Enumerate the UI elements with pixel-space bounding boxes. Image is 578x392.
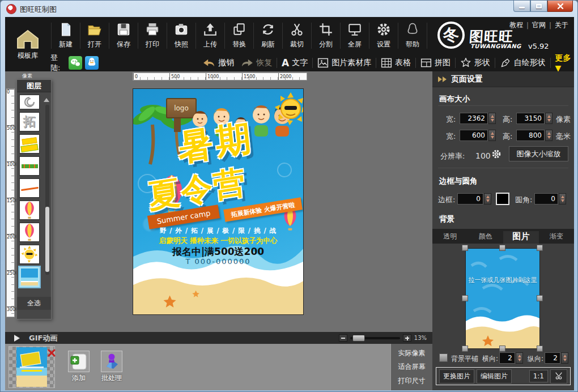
- tab-transparent[interactable]: 透明: [432, 232, 468, 244]
- layer-thumb-title-text[interactable]: [19, 134, 40, 154]
- close-button[interactable]: [547, 1, 573, 12]
- resize-image-button[interactable]: 图像大小缩放: [509, 146, 568, 161]
- width-mm-spinner[interactable]: [488, 130, 496, 141]
- official-site-link[interactable]: 官网: [532, 20, 546, 30]
- open-button[interactable]: 打开: [81, 18, 108, 53]
- about-link[interactable]: 关于: [555, 20, 568, 30]
- new-button[interactable]: 新建: [52, 18, 79, 53]
- refresh-button[interactable]: 刷新: [254, 18, 282, 53]
- text-tool-button[interactable]: A 文字: [282, 57, 308, 69]
- delete-frame-icon[interactable]: [47, 348, 56, 357]
- gif-frame-thumbnail[interactable]: [8, 346, 55, 388]
- layer-thumb-swirl[interactable]: [19, 95, 40, 109]
- collapse-panel-icon[interactable]: [438, 76, 447, 82]
- tile-v-input[interactable]: [545, 352, 560, 364]
- minimize-icon: [519, 7, 525, 8]
- layer-thumb-beach-background-selected[interactable]: [18, 266, 41, 288]
- sun-illustration: [274, 91, 304, 126]
- maximize-button[interactable]: [530, 1, 547, 12]
- tile-v-spinner[interactable]: [561, 352, 568, 364]
- zoom-slider-thumb[interactable]: [352, 335, 365, 342]
- add-frame-button[interactable]: 添加: [67, 351, 90, 383]
- ratio-1-1-button[interactable]: 1:1: [529, 370, 548, 382]
- canvas-height-mm-input[interactable]: [516, 130, 545, 141]
- table-tool-button[interactable]: 表格: [381, 57, 411, 69]
- background-image-preview[interactable]: 拉一张或几张图片到这里: [465, 248, 540, 349]
- tab-gradient[interactable]: 渐变: [539, 232, 575, 244]
- redo-button[interactable]: 恢复: [241, 58, 272, 68]
- replace-button[interactable]: 替换: [226, 18, 253, 53]
- fullscreen-button[interactable]: 全屏: [341, 18, 368, 53]
- poster-canvas[interactable]: logo: [133, 88, 304, 315]
- layers-scrollbar-thumb[interactable]: [45, 207, 49, 272]
- crop-cut-button[interactable]: 裁切: [283, 18, 311, 53]
- dpi-gear-icon[interactable]: [491, 149, 502, 159]
- gif-frames-panel: 添加 批处理 实际像素 适合屏幕 打印尺寸: [5, 344, 432, 390]
- resize-handle-w[interactable]: [462, 295, 468, 301]
- height-mm-spinner[interactable]: [545, 130, 552, 141]
- border-spinner[interactable]: [484, 193, 491, 204]
- resize-handle-ne[interactable]: [537, 245, 543, 251]
- layer-thumb-sun[interactable]: [19, 245, 40, 264]
- print-size-item[interactable]: 打印尺寸: [398, 376, 426, 386]
- edit-image-button[interactable]: 编辑图片: [477, 369, 512, 384]
- zoom-out-button[interactable]: [339, 334, 347, 342]
- border-width-input[interactable]: [457, 193, 483, 204]
- split-button[interactable]: 分割: [312, 18, 339, 53]
- zoom-slider[interactable]: [350, 337, 400, 339]
- layer-thumb-balloon-1[interactable]: [19, 201, 40, 220]
- canvas-width-px-input[interactable]: [460, 113, 488, 124]
- drop-hint-text: 拉一张或几张图片到这里: [465, 276, 540, 284]
- snapshot-button[interactable]: 快照: [168, 18, 195, 53]
- resize-handle-nw[interactable]: [462, 245, 468, 251]
- resize-handle-se[interactable]: [537, 346, 543, 352]
- tab-color[interactable]: 颜色: [468, 232, 504, 244]
- zoom-in-button[interactable]: [403, 334, 411, 342]
- select-all-button[interactable]: 全选: [17, 297, 51, 310]
- replace-image-button[interactable]: 更换图片: [439, 369, 474, 384]
- radius-spinner[interactable]: [559, 193, 566, 204]
- save-button[interactable]: 保存: [110, 18, 137, 53]
- layer-thumb-orange-line[interactable]: [19, 178, 40, 198]
- cut-background-button[interactable]: [550, 369, 567, 384]
- height-px-spinner[interactable]: [545, 113, 552, 124]
- print-button[interactable]: 打印: [139, 18, 166, 53]
- image-library-button[interactable]: 图片素材库: [317, 57, 371, 69]
- wechat-login-icon[interactable]: [69, 56, 82, 70]
- undo-button[interactable]: 撤销: [203, 58, 234, 68]
- draw-shape-tool-button[interactable]: 自绘形状: [500, 57, 546, 69]
- layers-scroll-up-icon[interactable]: [44, 98, 49, 102]
- tile-h-input[interactable]: [499, 352, 515, 364]
- minimize-button[interactable]: [513, 1, 530, 12]
- canvas-height-px-input[interactable]: [516, 113, 545, 124]
- layer-thumb-green-text[interactable]: [19, 156, 40, 176]
- resize-handle-n[interactable]: [499, 245, 505, 251]
- shape-tool-button[interactable]: 形状: [460, 57, 490, 69]
- batch-process-button[interactable]: 批处理: [100, 351, 123, 383]
- canvas-width-mm-input[interactable]: [460, 130, 488, 141]
- border-color-swatch[interactable]: [496, 193, 509, 205]
- width-px-spinner[interactable]: [488, 113, 496, 124]
- tile-h-spinner[interactable]: [516, 352, 523, 364]
- qq-login-icon[interactable]: [85, 56, 99, 70]
- help-button[interactable]: 帮助: [399, 18, 426, 53]
- collage-tool-button[interactable]: 拼图: [420, 57, 450, 69]
- layer-thumb-calligraphy[interactable]: 拓: [19, 112, 40, 131]
- collage-layout-icon: [420, 57, 432, 69]
- more-button[interactable]: 更多▼: [555, 53, 574, 73]
- gif-animation-bar: GIF动画 13%: [5, 332, 432, 344]
- gif-play-icon[interactable]: [14, 335, 20, 342]
- layers-scrollbar[interactable]: [45, 105, 49, 275]
- corner-radius-input[interactable]: [534, 193, 558, 204]
- upload-button[interactable]: 上传: [197, 18, 224, 53]
- resize-handle-e[interactable]: [537, 295, 543, 301]
- tab-image[interactable]: 图片: [503, 231, 539, 244]
- settings-button[interactable]: 设置: [370, 18, 397, 53]
- layer-thumb-balloon-2[interactable]: [19, 223, 40, 242]
- actual-pixels-item[interactable]: 实际像素: [398, 348, 426, 358]
- star-icon: [460, 57, 471, 69]
- fit-screen-item[interactable]: 适合屏幕: [398, 362, 426, 372]
- resize-handle-s[interactable]: [499, 346, 505, 352]
- resize-handle-sw[interactable]: [462, 346, 468, 352]
- tile-background-checkbox[interactable]: [439, 353, 448, 362]
